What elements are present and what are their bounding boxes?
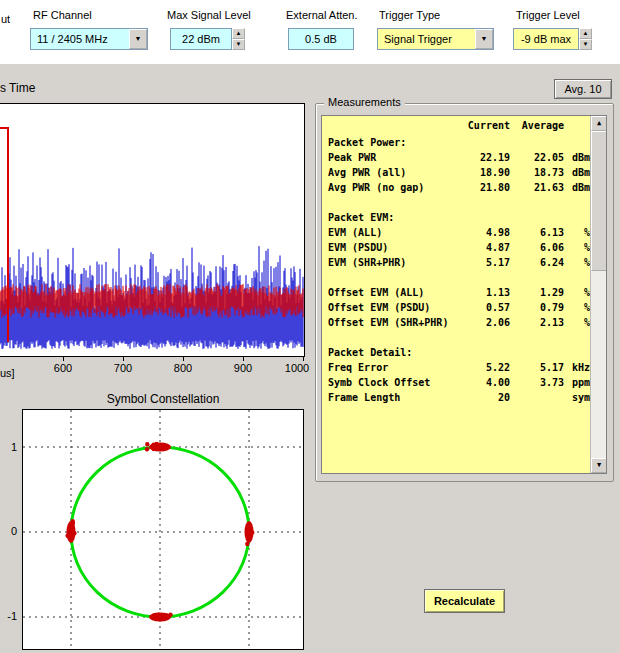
measurement-row: Offset EVM (SHR+PHR)2.062.13%: [322, 317, 606, 332]
measurement-current-value: 0.57: [450, 302, 510, 313]
x-tick-label: 900: [234, 362, 252, 374]
x-tick-label: 700: [114, 362, 132, 374]
measurement-average-value: 6.24: [514, 257, 564, 268]
measurement-row: Packet EVM:: [322, 212, 606, 227]
measurements-group: Measurements Current Average Packet Powe…: [315, 103, 614, 482]
recalculate-button[interactable]: Recalculate: [424, 589, 505, 613]
trigger-type-value: Signal Trigger: [378, 33, 475, 45]
measurement-label: Offset EVM (SHR+PHR): [328, 317, 448, 328]
avg-button[interactable]: Avg. 10: [554, 79, 612, 99]
measurement-current-value: 5.22: [450, 362, 510, 373]
top-control-bar: ut RF Channel 11 / 2405 MHz ▼ Max Signal…: [0, 0, 620, 64]
measurement-label: Packet Detail:: [328, 347, 412, 358]
spin-down-icon[interactable]: ▼: [579, 39, 592, 50]
rf-channel-label: RF Channel: [33, 9, 92, 21]
current-column-header: Current: [450, 120, 510, 131]
vector-signal-analyzer-window: ut RF Channel 11 / 2405 MHz ▼ Max Signal…: [0, 0, 620, 653]
measurement-label: Offset EVM (PSDU): [328, 302, 430, 313]
measurement-unit: %: [566, 302, 590, 313]
measurement-row: EVM (ALL)4.986.13%: [322, 227, 606, 242]
trigger-type-label: Trigger Type: [379, 9, 440, 21]
measurement-label: Symb Clock Offset: [328, 377, 430, 388]
spin-down-icon[interactable]: ▼: [232, 39, 245, 50]
clipped-x-axis-unit: us]: [0, 367, 15, 379]
y-tick-label: 1: [0, 441, 17, 453]
measurement-current-value: 1.13: [450, 287, 510, 298]
x-axis-tick: [123, 357, 124, 361]
measurement-label: Avg PWR (all): [328, 167, 406, 178]
measurements-header: Current Average: [322, 116, 606, 137]
measurement-row: Packet Detail:: [322, 347, 606, 362]
clipped-output-label: ut: [1, 13, 10, 25]
measurement-row: [322, 197, 606, 212]
measurement-average-value: 6.06: [514, 242, 564, 253]
average-column-header: Average: [514, 120, 564, 131]
measurement-row: Packet Power:: [322, 137, 606, 152]
trigger-level-stepper[interactable]: ▲ ▼: [579, 28, 592, 50]
x-tick-label: 600: [54, 362, 72, 374]
measurement-average-value: 2.13: [514, 317, 564, 328]
measurement-label: Avg PWR (no gap): [328, 182, 424, 193]
measurement-current-value: 21.80: [450, 182, 510, 193]
measurements-group-title: Measurements: [324, 96, 405, 108]
x-axis-tick: [183, 357, 184, 361]
measurements-scrollbar[interactable]: ▲ ▼: [590, 116, 606, 473]
trigger-level-value: -9 dB max: [521, 33, 571, 45]
measurement-unit: dBm: [566, 167, 590, 178]
measurement-average-value: 3.73: [514, 377, 564, 388]
chevron-down-icon[interactable]: ▼: [129, 29, 147, 49]
scroll-down-icon[interactable]: ▼: [591, 458, 607, 473]
chevron-down-icon[interactable]: ▼: [475, 29, 493, 49]
measurement-unit: %: [566, 227, 590, 238]
constellation-plot: [22, 409, 304, 650]
measurement-unit: %: [566, 242, 590, 253]
trigger-level-input[interactable]: -9 dB max: [513, 28, 579, 50]
measurement-label: Offset EVM (ALL): [328, 287, 424, 298]
y-tick-label: 0: [0, 525, 17, 537]
external-atten-value: 0.5 dB: [305, 33, 337, 45]
measurement-current-value: 4.00: [450, 377, 510, 388]
trigger-type-dropdown[interactable]: Signal Trigger ▼: [377, 28, 494, 50]
measurement-current-value: 4.87: [450, 242, 510, 253]
measurement-row: EVM (SHR+PHR)5.176.24%: [322, 257, 606, 272]
max-signal-level-stepper[interactable]: ▲ ▼: [232, 28, 245, 50]
measurement-label: Freq Error: [328, 362, 388, 373]
measurement-label: Packet EVM:: [328, 212, 394, 223]
measurement-unit: dBm: [566, 152, 590, 163]
measurement-row: Offset EVM (ALL)1.131.29%: [322, 287, 606, 302]
spin-up-icon[interactable]: ▲: [579, 28, 592, 39]
power-vs-time-plot: [0, 103, 305, 357]
constellation-title: Symbol Constellation: [22, 392, 304, 406]
measurement-row: [322, 272, 606, 287]
scrollbar-thumb[interactable]: [591, 131, 607, 271]
measurement-unit: %: [566, 287, 590, 298]
constellation-traces: [23, 410, 303, 649]
spin-up-icon[interactable]: ▲: [232, 28, 245, 39]
measurements-panel: Current Average Packet Power:Peak PWR22.…: [321, 115, 607, 474]
measurement-unit: ppm: [566, 377, 590, 388]
measurement-average-value: 22.05: [514, 152, 564, 163]
measurement-row: Avg PWR (all)18.9018.73dBm: [322, 167, 606, 182]
rf-channel-dropdown[interactable]: 11 / 2405 MHz ▼: [30, 28, 148, 50]
max-signal-level-value: 22 dBm: [182, 33, 220, 45]
measurement-row: Peak PWR22.1922.05dBm: [322, 152, 606, 167]
measurement-label: EVM (PSDU): [328, 242, 388, 253]
measurement-current-value: 18.90: [450, 167, 510, 178]
x-axis-tick: [63, 357, 64, 361]
external-atten-input[interactable]: 0.5 dB: [288, 28, 354, 50]
measurement-average-value: 6.13: [514, 227, 564, 238]
x-axis-tick: [303, 357, 304, 361]
measurement-unit: sym: [566, 392, 590, 403]
measurement-label: EVM (ALL): [328, 227, 382, 238]
x-tick-label: 800: [174, 362, 192, 374]
measurement-label: Frame Length: [328, 392, 400, 403]
measurement-unit: %: [566, 317, 590, 328]
measurement-average-value: 1.29: [514, 287, 564, 298]
measurement-label: EVM (SHR+PHR): [328, 257, 406, 268]
scroll-up-icon[interactable]: ▲: [591, 116, 607, 131]
power-vs-time-traces: [0, 104, 304, 356]
measurement-row: Avg PWR (no gap)21.8021.63dBm: [322, 182, 606, 197]
measurements-rows: Packet Power:Peak PWR22.1922.05dBmAvg PW…: [322, 137, 606, 407]
max-signal-level-input[interactable]: 22 dBm: [170, 28, 232, 50]
measurement-current-value: 2.06: [450, 317, 510, 328]
